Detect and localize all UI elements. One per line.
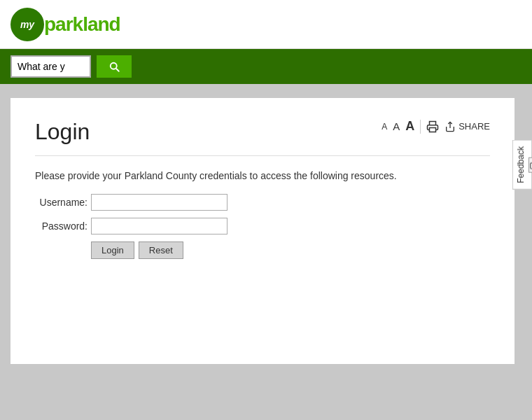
password-input[interactable]	[91, 218, 227, 234]
password-row: Password:	[35, 218, 490, 234]
form-description: Please provide your Parkland County cred…	[35, 170, 490, 181]
header: my parkland	[0, 0, 532, 49]
font-medium-button[interactable]: A	[393, 120, 400, 132]
logo-park: park	[44, 13, 83, 35]
toolbar-divider	[420, 120, 421, 134]
toolbar: A A A SHARE	[382, 119, 490, 134]
form-buttons: Login Reset	[91, 241, 490, 259]
svg-rect-0	[430, 127, 436, 132]
logo-land: land	[83, 13, 120, 35]
feedback-icon	[528, 157, 532, 172]
navbar	[0, 49, 532, 84]
logo-circle: my	[10, 8, 44, 41]
printer-icon	[426, 120, 439, 133]
main-content: A A A SHARE Login P	[0, 84, 532, 420]
share-button[interactable]: SHARE	[444, 121, 490, 132]
font-large-button[interactable]: A	[405, 119, 414, 134]
feedback-label: Feedback	[516, 146, 526, 183]
username-input[interactable]	[91, 194, 227, 211]
share-icon	[444, 121, 456, 132]
login-button[interactable]: Login	[91, 241, 134, 259]
share-label: SHARE	[458, 121, 490, 132]
username-row: Username:	[35, 194, 490, 211]
logo-parkland-text: parkland	[44, 13, 120, 36]
password-label: Password:	[35, 220, 91, 232]
username-label: Username:	[35, 197, 91, 208]
print-button[interactable]	[426, 120, 439, 133]
reset-button[interactable]: Reset	[139, 241, 183, 259]
login-card: A A A SHARE Login P	[10, 98, 514, 364]
logo-my-text: my	[20, 20, 34, 29]
search-button[interactable]	[97, 55, 132, 78]
feedback-tab[interactable]: Feedback	[512, 140, 532, 190]
search-icon	[108, 60, 120, 73]
search-input[interactable]	[10, 55, 91, 78]
font-small-button[interactable]: A	[382, 122, 387, 132]
logo[interactable]: my parkland	[10, 8, 120, 41]
